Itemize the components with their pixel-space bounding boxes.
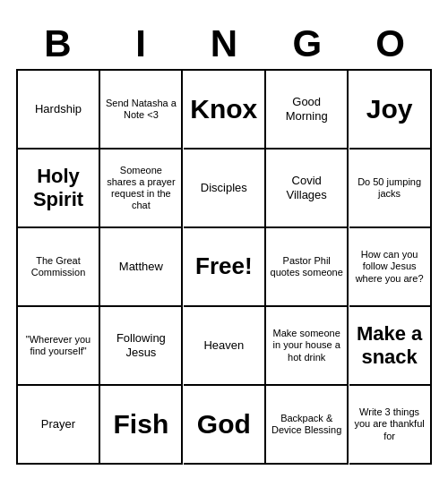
- bingo-cell-1: Send Natasha a Note <3: [100, 71, 183, 150]
- bingo-cell-24: Write 3 things you are thankful for: [349, 386, 432, 465]
- bingo-cell-19: Make a snack: [349, 307, 432, 386]
- bingo-cell-15: "Wherever you find yourself": [18, 307, 100, 386]
- header-letter-i: I: [101, 22, 180, 65]
- bingo-cell-7: Disciples: [184, 150, 266, 228]
- bingo-card: BINGO HardshipSend Natasha a Note <3Knox…: [9, 15, 439, 472]
- bingo-cell-0: Hardship: [18, 71, 100, 150]
- bingo-cell-9: Do 50 jumping jacks: [349, 150, 432, 228]
- bingo-cell-22: God: [184, 386, 266, 465]
- bingo-cell-3: Good Morning: [266, 71, 349, 150]
- bingo-cell-18: Make someone in your house a hot drink: [266, 307, 349, 386]
- bingo-cell-14: How can you follow Jesus where you are?: [349, 228, 432, 307]
- bingo-cell-12: Free!: [184, 228, 266, 307]
- bingo-grid: HardshipSend Natasha a Note <3KnoxGood M…: [16, 69, 432, 465]
- header-letter-n: N: [185, 22, 263, 65]
- bingo-cell-6: Someone shares a prayer request in the c…: [100, 150, 183, 228]
- bingo-cell-23: Backpack & Device Blessing: [266, 386, 349, 465]
- bingo-cell-11: Matthew: [100, 228, 183, 307]
- bingo-cell-20: Prayer: [18, 386, 100, 465]
- bingo-cell-2: Knox: [184, 71, 266, 150]
- bingo-cell-17: Heaven: [184, 307, 266, 386]
- bingo-cell-8: Covid Villages: [266, 150, 349, 228]
- bingo-cell-5: Holy Spirit: [18, 150, 100, 228]
- bingo-cell-10: The Great Commission: [18, 228, 100, 307]
- bingo-cell-13: Pastor Phil quotes someone: [266, 228, 349, 307]
- bingo-header: BINGO: [16, 22, 432, 65]
- bingo-cell-21: Fish: [100, 386, 183, 465]
- header-letter-g: G: [268, 22, 347, 65]
- bingo-cell-16: Following Jesus: [100, 307, 183, 386]
- header-letter-o: O: [351, 22, 430, 65]
- header-letter-b: B: [18, 22, 97, 65]
- bingo-cell-4: Joy: [349, 71, 432, 150]
